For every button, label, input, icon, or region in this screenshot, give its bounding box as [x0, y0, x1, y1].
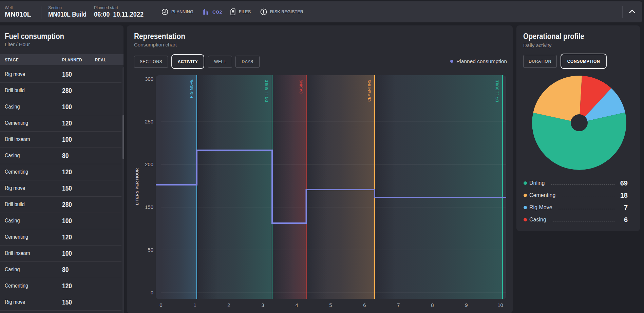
svg-text:2: 2	[227, 302, 230, 308]
svg-text:10: 10	[497, 302, 503, 308]
svg-text:CASING: CASING	[299, 79, 303, 94]
svg-text:CEMENTING: CEMENTING	[367, 79, 371, 102]
svg-text:50: 50	[148, 247, 153, 253]
svg-text:150: 150	[145, 204, 153, 210]
svg-text:9: 9	[465, 302, 468, 308]
svg-text:3: 3	[261, 302, 264, 308]
svg-text:0: 0	[151, 290, 153, 295]
svg-text:DRILL BUILD: DRILL BUILD	[495, 79, 499, 102]
svg-text:0: 0	[159, 302, 162, 308]
svg-text:1: 1	[193, 302, 196, 308]
svg-text:5: 5	[329, 302, 332, 308]
svg-text:LITERS PER HOUR: LITERS PER HOUR	[135, 168, 139, 205]
svg-text:300: 300	[145, 76, 153, 82]
svg-text:4: 4	[295, 302, 298, 308]
svg-text:200: 200	[145, 161, 153, 167]
svg-text:RIG MOVE: RIG MOVE	[189, 79, 193, 98]
svg-text:8: 8	[431, 302, 434, 308]
svg-text:6: 6	[363, 302, 366, 308]
svg-text:7: 7	[397, 302, 400, 308]
svg-text:250: 250	[145, 119, 153, 124]
svg-text:DRILL BUILD: DRILL BUILD	[265, 79, 269, 102]
